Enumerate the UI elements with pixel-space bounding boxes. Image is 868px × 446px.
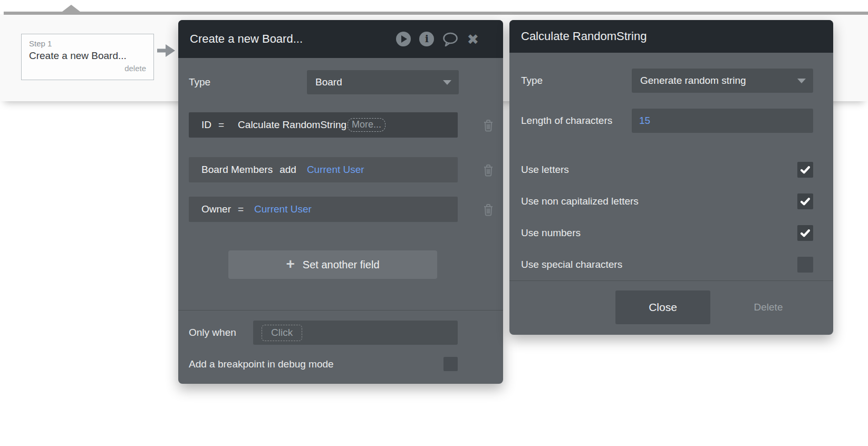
check-icon — [801, 166, 810, 174]
trash-icon[interactable] — [482, 119, 495, 132]
use-numbers-checkbox[interactable] — [797, 225, 813, 241]
action-dialog-header: Create a new Board... i ✖ — [178, 20, 503, 58]
workflow-editor: Step 1 Create a new Board... delete Crea… — [0, 0, 868, 446]
length-value: 15 — [632, 115, 650, 127]
run-play-button[interactable] — [396, 32, 411, 46]
section-divider — [178, 310, 503, 311]
only-when-placeholder[interactable]: Click — [262, 325, 302, 341]
type-dropdown-value: Generate random string — [632, 75, 746, 86]
step-delete-link[interactable]: delete — [29, 64, 146, 73]
plus-icon: + — [286, 257, 294, 272]
arrow-right-icon — [156, 42, 176, 59]
comment-icon[interactable] — [442, 32, 458, 46]
close-icon[interactable]: ✖ — [467, 32, 479, 46]
field-row-owner[interactable]: Owner = Current User — [189, 197, 458, 222]
use-letters-checkbox[interactable] — [797, 162, 813, 178]
rail-arrow-up-icon — [62, 5, 80, 12]
dialog-footer: Close Delete — [509, 280, 833, 335]
step-number-label: Step 1 — [29, 39, 146, 49]
use-special-characters-checkbox[interactable] — [797, 257, 813, 273]
randomstring-dialog-header: Calculate RandomString — [509, 20, 833, 53]
field-value[interactable]: Calculate RandomString — [238, 119, 346, 131]
type-dropdown[interactable]: Generate random string — [632, 69, 813, 93]
type-dropdown-value: Board — [307, 76, 342, 88]
type-label: Type — [521, 69, 543, 93]
more-chip[interactable]: More... — [348, 118, 385, 132]
randomstring-dialog: Calculate RandomString Type Generate ran… — [509, 20, 833, 335]
play-icon — [401, 35, 407, 43]
type-dropdown[interactable]: Board — [307, 70, 459, 94]
caret-down-icon — [443, 80, 451, 85]
option-label-non-capitalized: Use non capitalized letters — [521, 193, 639, 209]
field-row-board-members[interactable]: Board Members add Current User — [189, 157, 458, 182]
trash-icon[interactable] — [482, 163, 495, 177]
delete-button[interactable]: Delete — [729, 290, 808, 324]
field-operator: add — [279, 164, 296, 176]
set-another-field-label: Set another field — [303, 259, 380, 271]
step-title: Create a new Board... — [29, 50, 146, 62]
info-icon: i — [425, 34, 429, 44]
check-icon — [801, 198, 810, 206]
field-row-id[interactable]: ID = Calculate RandomString More... — [189, 112, 458, 138]
action-dialog-title: Create a new Board... — [178, 32, 396, 46]
field-operator: = — [218, 119, 224, 131]
use-non-capitalized-checkbox[interactable] — [797, 193, 813, 209]
randomstring-dialog-body: Type Generate random string Length of ch… — [509, 53, 833, 335]
field-value-link[interactable]: Current User — [254, 203, 312, 215]
action-editor-dialog: Create a new Board... i ✖ Type Board — [178, 20, 503, 384]
set-another-field-button[interactable]: + Set another field — [228, 250, 437, 279]
field-operator: = — [238, 203, 244, 215]
trash-icon[interactable] — [482, 203, 495, 217]
breakpoint-label: Add a breakpoint in debug mode — [189, 358, 334, 370]
field-name: ID — [189, 119, 211, 131]
option-label-use-letters: Use letters — [521, 162, 569, 178]
caret-down-icon — [797, 79, 806, 83]
option-label-special-characters: Use special characters — [521, 257, 622, 273]
header-icons: i ✖ — [396, 32, 503, 46]
length-label: Length of characters — [521, 109, 612, 133]
length-input[interactable]: 15 — [632, 109, 813, 133]
scroll-rail — [4, 12, 868, 15]
breakpoint-checkbox[interactable] — [443, 357, 458, 371]
step-card[interactable]: Step 1 Create a new Board... delete — [21, 34, 154, 80]
only-when-input[interactable]: Click — [253, 321, 458, 345]
info-button[interactable]: i — [419, 32, 434, 46]
action-dialog-body: Type Board ID = Calculate RandomString M… — [178, 58, 503, 384]
randomstring-dialog-title: Calculate RandomString — [509, 30, 833, 43]
check-icon — [801, 229, 810, 237]
field-value-link[interactable]: Current User — [307, 164, 364, 176]
only-when-label: Only when — [189, 321, 236, 345]
field-name: Owner — [189, 203, 231, 215]
option-label-use-numbers: Use numbers — [521, 225, 581, 241]
close-button[interactable]: Close — [615, 290, 710, 324]
field-name: Board Members — [189, 164, 273, 176]
type-label: Type — [189, 70, 210, 94]
